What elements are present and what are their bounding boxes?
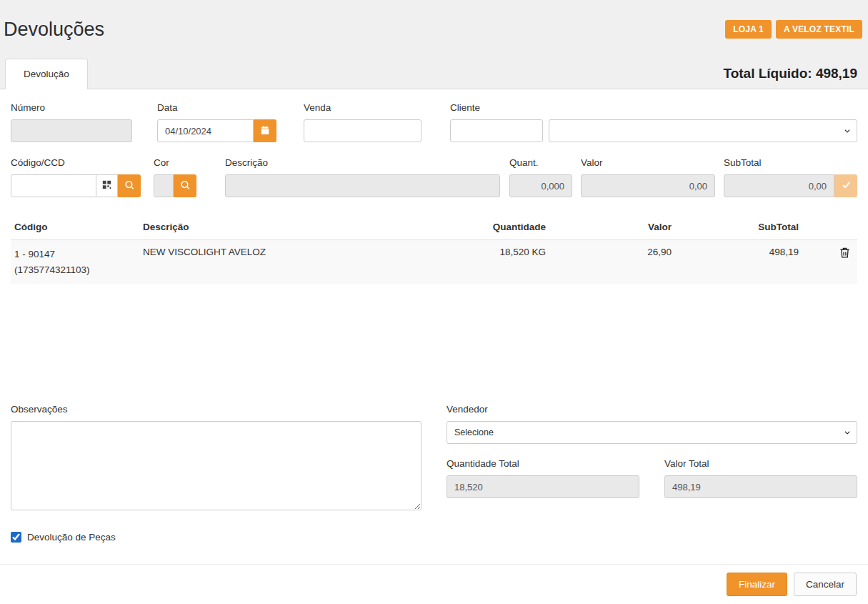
cor-label: Cor: [154, 157, 196, 168]
cancelar-button[interactable]: Cancelar: [794, 573, 857, 596]
subtotal-input[interactable]: [724, 174, 834, 197]
numero-field: Número: [11, 102, 132, 142]
valor-input[interactable]: [581, 174, 715, 197]
col-header-subtotal: SubTotal: [682, 222, 810, 232]
store-badges: LOJA 1 A VELOZ TEXTIL: [725, 20, 862, 39]
codigo-ccd-label: Código/CCD: [11, 157, 141, 168]
devolucao-card: Devolução Total Líquido: 498,19 Número D…: [0, 59, 868, 604]
form-content: Número Data Venda Client: [0, 89, 868, 604]
cliente-code-field: Cliente: [450, 102, 543, 142]
devolucao-pecas-row: Devolução de Peças: [11, 532, 857, 543]
lower-section: Observações Vendedor Selecione: [11, 404, 857, 510]
quantidade-total-label: Quantidade Total: [447, 458, 639, 469]
cor-field: Cor: [154, 157, 196, 197]
row-codigo: 1 - 90147 (1735774321103): [11, 247, 143, 277]
valor-total-label: Valor Total: [664, 458, 857, 469]
numero-input[interactable]: [11, 119, 132, 142]
form-row-2: Código/CCD Cor: [11, 157, 857, 197]
tab-devolucao[interactable]: Devolução: [5, 59, 88, 89]
row-valor: 26,90: [557, 247, 682, 257]
col-header-actions: [810, 222, 857, 232]
row-subtotal: 498,19: [682, 247, 810, 257]
items-table: Código Descrição Quantidade Valor SubTot…: [11, 216, 857, 284]
cliente-select-field: [549, 102, 857, 142]
quant-input[interactable]: [509, 174, 572, 197]
observacoes-field: Observações: [11, 404, 421, 510]
search-icon: [125, 181, 134, 192]
numero-label: Número: [11, 102, 132, 113]
store-badge-company[interactable]: A VELOZ TEXTIL: [776, 20, 862, 39]
valor-total-input[interactable]: [664, 475, 857, 498]
valor-total-field: Valor Total: [664, 458, 857, 498]
devolucao-pecas-checkbox[interactable]: [11, 532, 21, 543]
cor-search-button[interactable]: [174, 174, 196, 197]
descricao-label: Descrição: [225, 157, 500, 168]
devolucao-pecas-label: Devolução de Peças: [27, 532, 116, 543]
cor-input[interactable]: [154, 174, 174, 197]
page-title: Devoluções: [4, 19, 104, 41]
quantidade-total-input[interactable]: [447, 475, 639, 498]
codigo-ccd-field: Código/CCD: [11, 157, 141, 197]
vendedor-field: Vendedor Selecione: [447, 404, 857, 444]
qr-code-button[interactable]: [96, 174, 118, 197]
total-liquido: Total Líquido: 498,19: [723, 66, 857, 81]
valor-label: Valor: [581, 157, 715, 168]
vendedor-select[interactable]: Selecione: [447, 421, 857, 444]
quant-label: Quant.: [509, 157, 572, 168]
search-icon: [181, 181, 189, 192]
table-row: 1 - 90147 (1735774321103) NEW VISCOLIGHT…: [11, 240, 857, 284]
quantidade-total-field: Quantidade Total: [447, 458, 639, 498]
calendar-button[interactable]: [254, 119, 276, 142]
footer-actions: Finalizar Cancelar: [0, 564, 868, 604]
form-row-1: Número Data Venda Client: [11, 102, 857, 142]
check-icon: [842, 180, 851, 192]
row-codigo-line2: (1735774321103): [14, 262, 143, 278]
data-input[interactable]: [157, 119, 254, 142]
vendedor-label: Vendedor: [447, 404, 857, 415]
observacoes-textarea[interactable]: [11, 421, 421, 510]
subtotal-field: SubTotal: [724, 157, 857, 197]
venda-label: Venda: [304, 102, 421, 113]
calendar-icon: [261, 126, 269, 137]
confirm-item-button[interactable]: [834, 174, 857, 197]
cliente-label: Cliente: [450, 102, 543, 113]
col-header-descricao: Descrição: [143, 222, 460, 232]
finalizar-button[interactable]: Finalizar: [727, 573, 787, 596]
store-badge-loja[interactable]: LOJA 1: [725, 20, 772, 39]
quant-field: Quant.: [509, 157, 572, 197]
tab-strip: Devolução Total Líquido: 498,19: [0, 59, 868, 89]
delete-row-button[interactable]: [839, 247, 851, 259]
observacoes-label: Observações: [11, 404, 421, 415]
codigo-search-button[interactable]: [118, 174, 141, 197]
trash-icon: [839, 250, 851, 261]
table-empty-space: [11, 284, 857, 404]
descricao-field: Descrição: [225, 157, 500, 197]
data-label: Data: [157, 102, 276, 113]
row-codigo-line1: 1 - 90147: [14, 247, 143, 262]
data-field: Data: [157, 102, 276, 142]
cliente-select-spacer-label: [549, 102, 857, 113]
items-table-header: Código Descrição Quantidade Valor SubTot…: [11, 216, 857, 240]
page-header: Devoluções LOJA 1 A VELOZ TEXTIL: [0, 0, 868, 59]
venda-field: Venda: [304, 102, 421, 142]
cliente-code-input[interactable]: [450, 119, 543, 142]
descricao-input[interactable]: [225, 174, 500, 197]
col-header-valor: Valor: [557, 222, 682, 232]
col-header-codigo: Código: [11, 222, 143, 232]
valor-field: Valor: [581, 157, 715, 197]
row-quantidade: 18,520 KG: [460, 247, 557, 257]
venda-input[interactable]: [304, 119, 421, 142]
row-descricao: NEW VISCOLIGHT AVELOZ: [143, 247, 460, 257]
codigo-ccd-input[interactable]: [11, 174, 96, 197]
subtotal-label: SubTotal: [724, 157, 857, 168]
col-header-quantidade: Quantidade: [460, 222, 557, 232]
cliente-select[interactable]: [549, 119, 857, 142]
qr-code-icon: [102, 180, 111, 192]
